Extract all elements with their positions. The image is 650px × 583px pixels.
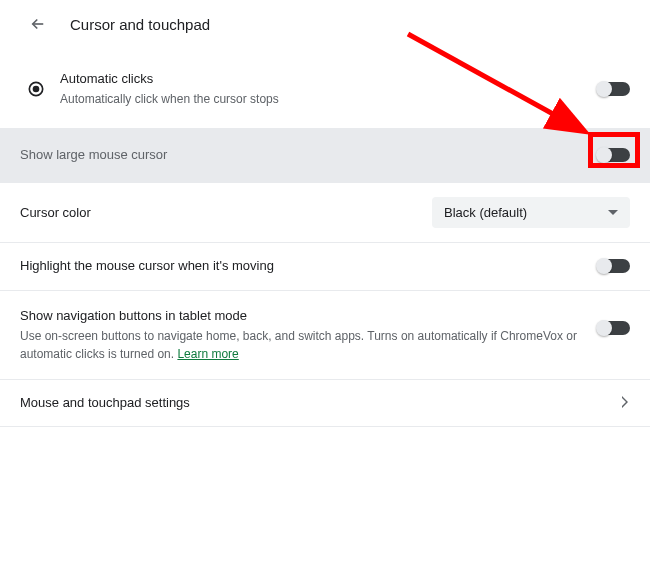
large-cursor-toggle[interactable] [598, 148, 630, 162]
target-icon [24, 77, 48, 101]
header: Cursor and touchpad [0, 0, 650, 46]
row-large-cursor: Show large mouse cursor [0, 128, 650, 183]
automatic-clicks-sub: Automatically click when the cursor stop… [60, 90, 598, 108]
chevron-right-icon [622, 395, 630, 411]
highlight-moving-title: Highlight the mouse cursor when it's mov… [20, 257, 598, 275]
row-highlight-moving: Highlight the mouse cursor when it's mov… [0, 243, 650, 290]
tablet-nav-sub: Use on-screen buttons to navigate home, … [20, 327, 598, 363]
row-tablet-nav: Show navigation buttons in tablet mode U… [0, 291, 650, 380]
automatic-clicks-title: Automatic clicks [60, 70, 598, 88]
automatic-clicks-toggle[interactable] [598, 82, 630, 96]
highlight-moving-toggle[interactable] [598, 259, 630, 273]
cursor-color-value: Black (default) [444, 205, 527, 220]
tablet-nav-title: Show navigation buttons in tablet mode [20, 307, 598, 325]
page-title: Cursor and touchpad [70, 16, 210, 33]
chevron-down-icon [608, 210, 618, 215]
row-cursor-color: Cursor color Black (default) [0, 183, 650, 243]
mouse-touchpad-title: Mouse and touchpad settings [20, 394, 622, 412]
cursor-color-title: Cursor color [20, 204, 432, 222]
large-cursor-title: Show large mouse cursor [20, 146, 598, 164]
svg-point-1 [34, 87, 39, 92]
back-arrow-icon[interactable] [28, 14, 48, 34]
learn-more-link[interactable]: Learn more [177, 347, 238, 361]
tablet-nav-toggle[interactable] [598, 321, 630, 335]
cursor-color-select[interactable]: Black (default) [432, 197, 630, 228]
row-automatic-clicks: Automatic clicks Automatically click whe… [0, 46, 650, 128]
row-mouse-touchpad[interactable]: Mouse and touchpad settings [0, 380, 650, 427]
